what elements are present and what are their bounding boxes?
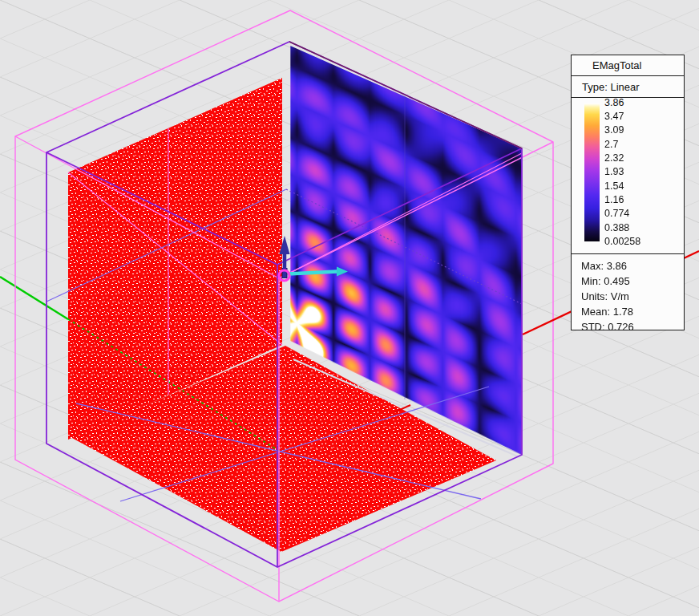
legend-panel[interactable]: EMagTotal Type: Linear 3.86 3.47 3.09 2.… bbox=[571, 55, 685, 330]
stat-min: Min: 0.495 bbox=[581, 274, 684, 289]
stat-units: Units: V/m bbox=[581, 289, 684, 304]
legend-title: EMagTotal bbox=[572, 55, 684, 76]
legend-tick: 0.388 bbox=[604, 222, 681, 234]
legend-tick: 3.09 bbox=[604, 124, 681, 136]
legend-tick: 2.32 bbox=[604, 152, 681, 164]
legend-stats: Max: 3.86 Min: 0.495 Units: V/m Mean: 1.… bbox=[572, 253, 684, 330]
stat-std: STD: 0.726 bbox=[581, 319, 684, 334]
legend-type-label: Type: Linear bbox=[572, 76, 684, 98]
legend-tick: 1.93 bbox=[604, 166, 681, 178]
legend-tick: 1.54 bbox=[604, 180, 681, 192]
legend-tick: 0.00258 bbox=[604, 236, 681, 248]
stat-mean: Mean: 1.78 bbox=[581, 304, 684, 319]
legend-tick: 0.774 bbox=[604, 208, 681, 220]
legend-colorbar bbox=[584, 103, 600, 241]
viewport-3d[interactable]: EMagTotal Type: Linear 3.86 3.47 3.09 2.… bbox=[0, 0, 699, 616]
legend-tick: 3.86 bbox=[604, 97, 681, 109]
legend-tick: 1.16 bbox=[604, 194, 681, 206]
stat-max: Max: 3.86 bbox=[581, 258, 684, 274]
legend-tick: 2.7 bbox=[604, 139, 681, 151]
legend-tick: 3.47 bbox=[604, 111, 681, 123]
